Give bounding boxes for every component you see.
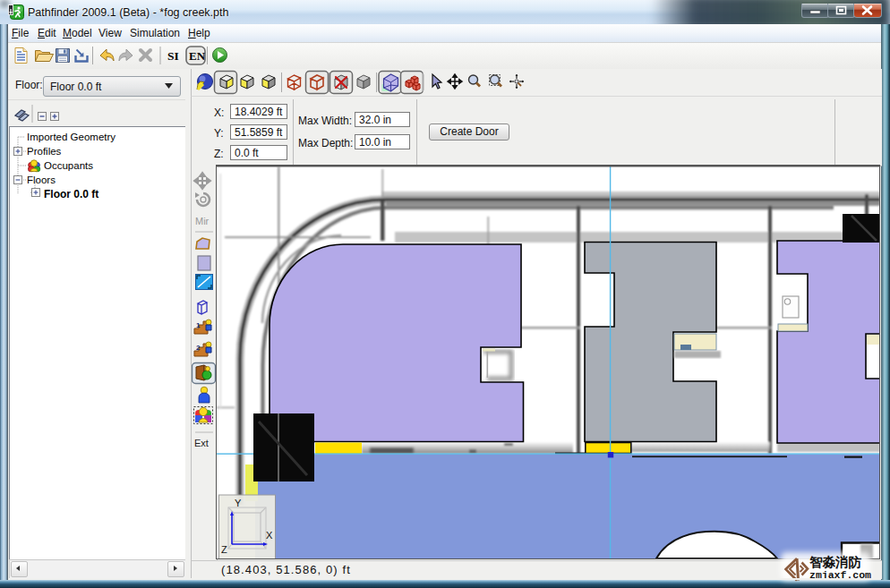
svg-text:智淼消防: 智淼消防 [809, 555, 862, 569]
svg-text:1: 1 [196, 321, 201, 329]
svg-text:SI: SI [167, 49, 179, 63]
svg-text:Imported Geometry: Imported Geometry [27, 132, 116, 142]
svg-text:X: X [266, 530, 273, 541]
svg-text:Occupants: Occupants [44, 160, 93, 171]
svg-text:Z: Z [221, 544, 227, 555]
svg-text:Ext: Ext [194, 438, 209, 448]
svg-text:Floors: Floors [27, 175, 56, 185]
svg-text:2: 2 [196, 344, 201, 352]
svg-text:EN: EN [189, 49, 206, 63]
svg-text:Mir: Mir [195, 216, 210, 226]
svg-text:Y: Y [235, 498, 242, 508]
svg-text:Profiles: Profiles [27, 146, 62, 157]
svg-text:Floor 0.0 ft: Floor 0.0 ft [44, 188, 98, 200]
